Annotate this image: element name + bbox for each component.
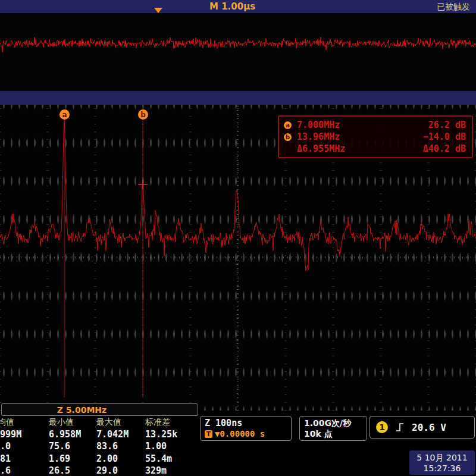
record-length-readout: 10k 点 [304, 428, 362, 439]
cursor-a-badge-icon: a [284, 121, 292, 129]
stats-cell: 55.4m [145, 453, 200, 465]
cursor-b-badge-icon: b [284, 133, 292, 141]
time-readout: 15:27:36 [424, 463, 461, 474]
timebase-readout[interactable]: M 1.00μs [209, 1, 255, 12]
stats-cell: 329m [145, 465, 200, 476]
stats-cell: 75.6 [49, 440, 96, 453]
cursor-a-readout-row: a 7.000MHz 26.2 dB [284, 119, 466, 131]
datetime-box[interactable]: 5 10月 2011 15:27:36 [409, 450, 475, 475]
cursor-a-level: 26.2 dB [428, 120, 466, 130]
horizontal-position-readout: ▼0.00000 s [215, 429, 265, 439]
fft-spectrum-panel: a b a 7.000MHz 26.2 dB b 13.96MHz −14.0 … [0, 105, 476, 411]
stats-cell: 1.00 [145, 440, 200, 453]
cursor-b-level: −14.0 dB [423, 131, 466, 142]
stats-cell: 2.00 [96, 453, 145, 465]
cursor-readout-box[interactable]: a 7.000MHz 26.2 dB b 13.96MHz −14.0 dB Δ… [278, 115, 473, 158]
sample-rate-readout: 1.00G次/秒 [304, 418, 362, 428]
stats-cell: 29.0 [96, 465, 145, 476]
stats-cell: 26.5 [49, 465, 96, 476]
stats-cell: 1.69 [49, 453, 96, 465]
trigger-status-label: 已被触发 [437, 2, 470, 12]
cursor-b-cross-icon [138, 180, 148, 189]
measurement-stats-table: 平均值 最小值 最大值 标准差 6.999M 6.958M 7.042M 13.… [0, 416, 200, 476]
stats-header-mean: 平均值 [0, 416, 49, 428]
fft-scale-bar[interactable]: Z 5.00MHz [1, 403, 198, 416]
trigger-box[interactable]: 1 20.6 V [369, 416, 475, 439]
stats-cell: 6.958M [49, 428, 96, 441]
horizontal-position-box[interactable]: Z 100ns T ▼0.00000 s [200, 416, 292, 441]
delta-level: Δ40.2 dB [423, 143, 466, 154]
trigger-level-readout: 20.6 V [412, 422, 446, 433]
stats-cell: 6.999M [0, 428, 49, 441]
top-chrome-bar: M 1.00μs 已被触发 [0, 0, 476, 13]
cursor-delta-readout-row: Δ6.955MHz Δ40.2 dB [284, 143, 466, 155]
channel-1-badge[interactable]: 1 [376, 421, 388, 433]
rising-edge-slope-icon [395, 421, 405, 433]
stats-cell: 28.6 [0, 465, 49, 476]
stats-header-stdev: 标准差 [145, 416, 200, 428]
stats-cell: 1.81 [0, 453, 49, 465]
cursor-a-badge[interactable]: a [60, 109, 70, 120]
stats-header-max: 最大值 [96, 416, 145, 428]
cursor-a-frequency: 7.000MHz [297, 120, 373, 130]
acquisition-box[interactable]: 1.00G次/秒 10k 点 [299, 416, 367, 441]
trigger-position-marker-icon[interactable] [154, 8, 162, 13]
stats-cell: 82.0 [0, 440, 49, 453]
trigger-flag-icon: T [205, 430, 212, 438]
stats-cell: 13.25k [145, 428, 200, 441]
time-domain-panel [0, 13, 476, 91]
cursor-lines[interactable] [64, 115, 143, 397]
stats-cell: 83.6 [96, 440, 145, 453]
fft-scale-label: Z 5.00MHz [57, 405, 107, 415]
panel-separator [0, 91, 476, 105]
delta-frequency: Δ6.955MHz [297, 143, 373, 154]
date-readout: 5 10月 2011 [416, 452, 467, 463]
cursor-b-frequency: 13.96MHz [297, 131, 373, 142]
time-domain-waveform [0, 13, 476, 91]
cursor-b-badge[interactable]: b [138, 109, 148, 120]
cursor-b-readout-row: b 13.96MHz −14.0 dB [284, 131, 466, 143]
stats-cell: 7.042M [96, 428, 145, 441]
zoom-timebase-readout: Z 100ns [205, 418, 287, 428]
stats-header-min: 最小值 [49, 416, 96, 428]
